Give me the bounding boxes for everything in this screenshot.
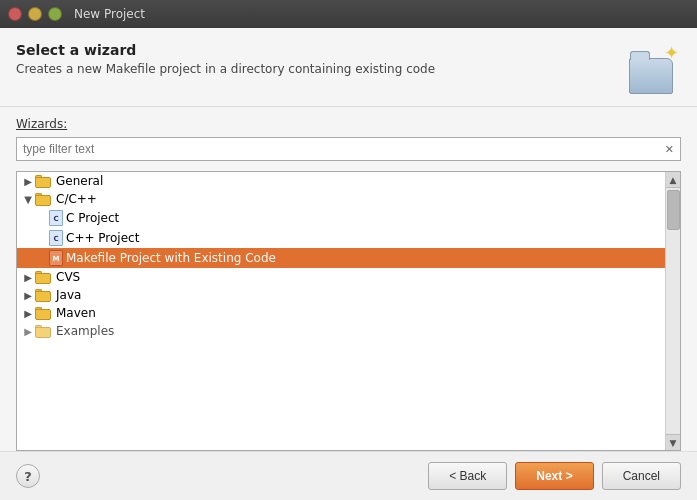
tree-item-cppproject[interactable]: ▶ C C++ Project [17, 228, 665, 248]
footer-left: ? [16, 464, 40, 488]
minimize-button[interactable] [28, 7, 42, 21]
file-icon-makefile: M [49, 250, 63, 266]
expand-arrow-maven[interactable]: ▶ [21, 308, 35, 319]
filter-input[interactable] [17, 138, 659, 160]
scroll-up-arrow[interactable]: ▲ [666, 172, 680, 188]
dialog: Select a wizard Creates a new Makefile p… [0, 28, 697, 500]
titlebar: New Project [0, 0, 697, 28]
close-button[interactable] [8, 7, 22, 21]
header-icon: ✦ [629, 42, 681, 94]
tree-item-maven[interactable]: ▶ Maven [17, 304, 665, 322]
dialog-header: Select a wizard Creates a new Makefile p… [0, 28, 697, 107]
tree-label-java: Java [56, 288, 81, 302]
footer-buttons: < Back Next > Cancel [428, 462, 681, 490]
tree-list[interactable]: ▶ General ▼ C/C++ ▶ C [17, 172, 665, 450]
tree-label-examples: Examples [56, 324, 114, 338]
tree-item-general[interactable]: ▶ General [17, 172, 665, 190]
tree-label-cproject: C Project [66, 211, 119, 225]
folder-icon-maven [35, 306, 53, 320]
expand-arrow-cproject: ▶ [35, 213, 49, 224]
window-title: New Project [74, 7, 145, 21]
folder-icon-examples [35, 324, 53, 338]
scroll-thumb[interactable] [667, 190, 680, 230]
dialog-footer: ? < Back Next > Cancel [0, 451, 697, 500]
folder-icon-java [35, 288, 53, 302]
tree-label-cpp: C/C++ [56, 192, 97, 206]
back-button[interactable]: < Back [428, 462, 507, 490]
cancel-button[interactable]: Cancel [602, 462, 681, 490]
wizards-label: Wizards: [16, 117, 681, 131]
tree-item-examples[interactable]: ▶ Examples [17, 322, 665, 340]
file-icon-cproject: C [49, 210, 63, 226]
folder-icon [629, 58, 673, 94]
tree-label-cvs: CVS [56, 270, 80, 284]
next-button[interactable]: Next > [515, 462, 593, 490]
scrollbar[interactable]: ▲ ▼ [665, 172, 680, 450]
header-description: Creates a new Makefile project in a dire… [16, 62, 629, 76]
wizards-section: Wizards: ✕ [0, 107, 697, 171]
tree-item-makefile[interactable]: ▶ M Makefile Project with Existing Code [17, 248, 665, 268]
maximize-button[interactable] [48, 7, 62, 21]
tree-item-java[interactable]: ▶ Java [17, 286, 665, 304]
header-title: Select a wizard [16, 42, 629, 58]
sparkle-icon: ✦ [664, 44, 679, 62]
tree-item-cvs[interactable]: ▶ CVS [17, 268, 665, 286]
folder-icon-general [35, 174, 53, 188]
scroll-down-arrow[interactable]: ▼ [666, 434, 680, 450]
expand-arrow-java[interactable]: ▶ [21, 290, 35, 301]
header-text-area: Select a wizard Creates a new Makefile p… [16, 42, 629, 76]
tree-item-cproject[interactable]: ▶ C C Project [17, 208, 665, 228]
expand-arrow-cpp[interactable]: ▼ [21, 194, 35, 205]
expand-arrow-cppproject: ▶ [35, 233, 49, 244]
tree-label-cppproject: C++ Project [66, 231, 139, 245]
filter-row: ✕ [16, 137, 681, 161]
tree-item-cpp[interactable]: ▼ C/C++ [17, 190, 665, 208]
expand-arrow-makefile: ▶ [35, 253, 49, 264]
tree-label-maven: Maven [56, 306, 96, 320]
expand-arrow-general[interactable]: ▶ [21, 176, 35, 187]
tree-label-general: General [56, 174, 103, 188]
expand-arrow-cvs[interactable]: ▶ [21, 272, 35, 283]
folder-icon-cvs [35, 270, 53, 284]
file-icon-cppproject: C [49, 230, 63, 246]
tree-label-makefile: Makefile Project with Existing Code [66, 251, 276, 265]
help-button[interactable]: ? [16, 464, 40, 488]
folder-icon-cpp [35, 192, 53, 206]
expand-arrow-examples[interactable]: ▶ [21, 326, 35, 337]
filter-clear-button[interactable]: ✕ [659, 140, 680, 159]
tree-container: ▶ General ▼ C/C++ ▶ C [16, 171, 681, 451]
